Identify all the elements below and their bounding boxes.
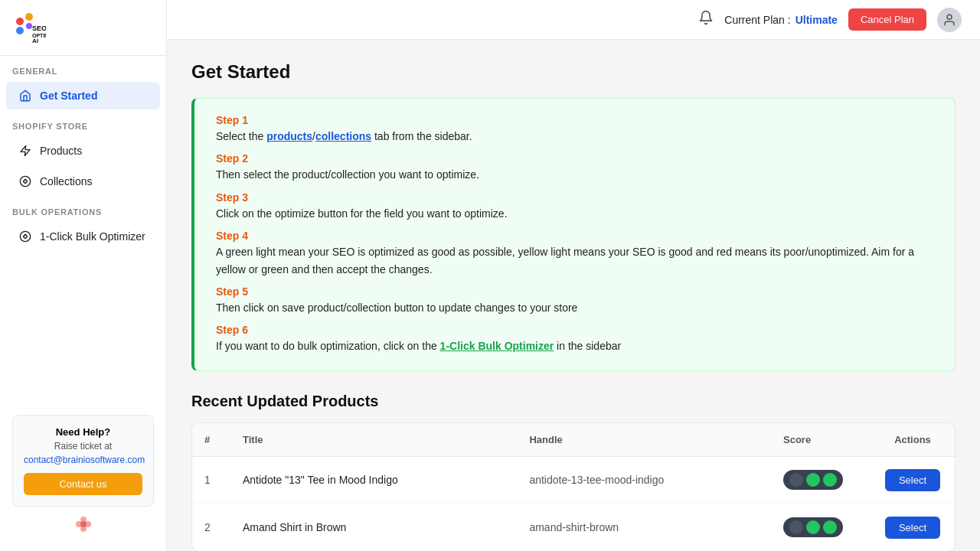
svg-text:SEO: SEO bbox=[32, 24, 46, 32]
steps-card: Step 1 Select the products/collections t… bbox=[191, 98, 956, 371]
step-6-text-before: If you want to do bulk optimization, cli… bbox=[216, 340, 440, 352]
contact-us-button[interactable]: Contact us bbox=[24, 473, 142, 495]
step-6-text: If you want to do bulk optimization, cli… bbox=[216, 337, 933, 354]
sidebar-bottom: Need Help? Raise ticket at contact@brain… bbox=[0, 403, 166, 551]
plan-label: Current Plan : bbox=[724, 14, 790, 26]
score-dot-1 bbox=[789, 473, 803, 487]
main-area: Current Plan : Ultimate Cancel Plan Get … bbox=[167, 0, 980, 551]
products-table-card: # Title Handle Score Actions 1Antidote "… bbox=[191, 422, 956, 551]
general-section-label: GENERAL bbox=[0, 56, 166, 80]
shopify-store-section-label: SHOPIFY STORE bbox=[0, 111, 166, 135]
sidebar-item-collections-label: Collections bbox=[40, 175, 92, 187]
bulk-operations-section-label: BULK OPERATIONS bbox=[0, 197, 166, 221]
step-1-text-before: Select the bbox=[216, 130, 266, 142]
step-1-label: Step 1 bbox=[216, 114, 933, 126]
home-icon bbox=[18, 89, 32, 103]
flower-icon bbox=[72, 513, 95, 536]
svg-text:AI: AI bbox=[32, 37, 38, 44]
recent-products-title: Recent Updated Products bbox=[191, 393, 956, 410]
select-button-2[interactable]: Select bbox=[885, 517, 940, 539]
step-1-text-after: tab from the sidebar. bbox=[371, 130, 472, 142]
products-table: # Title Handle Score Actions 1Antidote "… bbox=[192, 423, 955, 551]
sidebar-item-collections[interactable]: Collections bbox=[6, 168, 160, 195]
rocket-icon bbox=[18, 144, 32, 158]
score-dot-1 bbox=[789, 520, 803, 534]
score-dot-2 bbox=[806, 473, 820, 487]
cell-actions: Select bbox=[871, 456, 955, 504]
step-3-text: Click on the optimize button for the fie… bbox=[216, 205, 933, 222]
cell-num: 1 bbox=[192, 456, 230, 504]
cancel-plan-button[interactable]: Cancel Plan bbox=[848, 8, 926, 31]
step-6-label: Step 6 bbox=[216, 324, 933, 336]
table-row: 1Antidote "13" Tee in Mood Indigoantidot… bbox=[192, 456, 955, 504]
sidebar-item-bulk-optimizer[interactable]: 1-Click Bulk Optimizer bbox=[6, 223, 160, 250]
step-2-label: Step 2 bbox=[216, 152, 933, 165]
score-dot-3 bbox=[823, 473, 837, 487]
svg-point-14 bbox=[947, 15, 952, 19]
cell-title: Amand Shirt in Brown bbox=[230, 504, 517, 551]
cell-score bbox=[771, 504, 871, 551]
sidebar: SEO OPTIMIZER AI GENERAL Get Started SHO… bbox=[0, 0, 167, 551]
svg-point-2 bbox=[16, 27, 24, 34]
bulk-optimizer-link[interactable]: 1-Click Bulk Optimizer bbox=[440, 340, 554, 352]
step-2-text: Then select the product/collection you w… bbox=[216, 166, 933, 183]
select-button-1[interactable]: Select bbox=[885, 469, 940, 491]
collection-icon bbox=[18, 174, 32, 188]
topbar: Current Plan : Ultimate Cancel Plan bbox=[167, 0, 980, 40]
step-5-text: Then click on save product/collection bu… bbox=[216, 299, 933, 316]
score-dot-3 bbox=[823, 520, 837, 534]
page-title: Get Started bbox=[191, 61, 956, 83]
help-box: Need Help? Raise ticket at contact@brain… bbox=[12, 415, 154, 507]
sidebar-item-get-started[interactable]: Get Started bbox=[6, 82, 160, 109]
plan-info: Current Plan : Ultimate bbox=[724, 14, 838, 26]
sidebar-item-products[interactable]: Products bbox=[6, 137, 160, 165]
svg-point-0 bbox=[16, 18, 24, 25]
raise-ticket-text: Raise ticket at bbox=[24, 441, 142, 452]
plan-name: Ultimate bbox=[795, 14, 838, 26]
step-4-label: Step 4 bbox=[216, 230, 933, 242]
cell-score bbox=[771, 456, 871, 504]
svg-point-13 bbox=[80, 521, 87, 527]
score-indicator bbox=[783, 470, 843, 490]
step-4-text: A green light mean your SEO is optimized… bbox=[216, 243, 933, 278]
notification-icon[interactable] bbox=[698, 10, 714, 29]
cell-title: Antidote "13" Tee in Mood Indigo bbox=[230, 456, 517, 504]
collections-link[interactable]: collections bbox=[315, 130, 371, 142]
email-link[interactable]: contact@brainiosoftware.com bbox=[24, 455, 142, 465]
svg-point-8 bbox=[20, 231, 30, 241]
svg-point-3 bbox=[26, 23, 32, 29]
col-header-num: # bbox=[192, 423, 230, 457]
bulk-icon bbox=[18, 230, 32, 243]
sidebar-item-products-label: Products bbox=[40, 145, 82, 157]
col-header-title: Title bbox=[230, 423, 517, 457]
step-1-text: Select the products/collections tab from… bbox=[216, 128, 933, 145]
cell-actions: Select bbox=[871, 504, 955, 551]
svg-point-1 bbox=[25, 13, 33, 21]
avatar bbox=[937, 8, 962, 32]
step-6-text-after: in the sidebar bbox=[554, 340, 621, 352]
table-row: 2Amand Shirt in Brownamand-shirt-brownSe… bbox=[192, 504, 955, 551]
col-header-score: Score bbox=[771, 423, 871, 457]
cell-handle: amand-shirt-brown bbox=[517, 504, 771, 551]
score-indicator bbox=[783, 517, 843, 537]
col-header-handle: Handle bbox=[517, 423, 771, 457]
step-5-label: Step 5 bbox=[216, 285, 933, 298]
sidebar-item-bulk-optimizer-label: 1-Click Bulk Optimizer bbox=[40, 230, 145, 243]
logo-area: SEO OPTIMIZER AI bbox=[0, 0, 166, 56]
need-help-text: Need Help? bbox=[24, 426, 142, 438]
cell-handle: antidote-13-tee-mood-indigo bbox=[517, 456, 771, 504]
products-link[interactable]: products bbox=[266, 130, 312, 142]
col-header-actions: Actions bbox=[871, 423, 955, 457]
step-3-label: Step 3 bbox=[216, 191, 933, 204]
svg-point-7 bbox=[20, 176, 30, 186]
app-logo: SEO OPTIMIZER AI bbox=[12, 11, 46, 44]
cell-num: 2 bbox=[192, 504, 230, 551]
sidebar-item-get-started-label: Get Started bbox=[40, 90, 97, 102]
score-dot-2 bbox=[806, 520, 820, 534]
content-area: Get Started Step 1 Select the products/c… bbox=[167, 40, 980, 551]
